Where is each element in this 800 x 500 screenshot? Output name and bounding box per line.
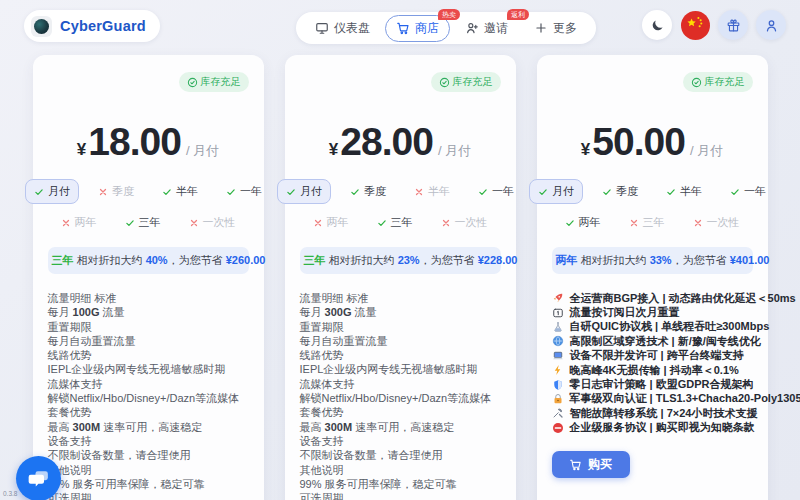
period-chip[interactable]: 一年 <box>721 179 775 204</box>
period-chip[interactable]: 一年 <box>469 179 523 204</box>
period-chip[interactable]: 三年 <box>116 210 170 235</box>
stock-label: 库存充足 <box>453 75 493 89</box>
nav-item-dashboard[interactable]: 仪表盘 <box>304 15 381 42</box>
period-label: 两年 <box>579 215 601 230</box>
discount-period: 三年 <box>52 254 74 266</box>
period-chip[interactable]: 季度 <box>593 179 647 204</box>
period-chip[interactable]: 三年 <box>620 210 674 235</box>
feature-item: 重置期限 <box>300 320 501 334</box>
feature-item: 流量明细 标准 <box>48 291 249 305</box>
cart-icon <box>569 458 582 471</box>
feature-item: 解锁Netflix/Hbo/Disney+/Dazn等流媒体 <box>48 391 249 405</box>
lightning-icon <box>552 364 564 376</box>
language-button[interactable] <box>680 10 710 40</box>
price-unit: / 月付 <box>438 142 471 160</box>
period-label: 一次性 <box>707 215 740 230</box>
period-label: 半年 <box>428 184 450 199</box>
feature-item: 99% 服务可用率保障，稳定可靠 <box>48 477 249 491</box>
monitor-icon <box>315 21 329 35</box>
account-button[interactable] <box>756 10 786 40</box>
feature-item: 其他说明 <box>300 463 501 477</box>
discount-text: 相对折扣大约 <box>581 254 650 266</box>
check-icon <box>226 187 236 197</box>
period-chip[interactable]: 一次性 <box>684 210 749 235</box>
feature-item: 流媒体支持 <box>48 377 249 391</box>
discount-banner: 三年 相对折扣大约 23%，为您节省 ¥228.00 <box>300 247 501 274</box>
period-label: 月付 <box>48 184 70 199</box>
rewards-button[interactable] <box>718 10 748 40</box>
buy-button[interactable]: 购买 <box>552 451 630 478</box>
repeat-one-icon <box>552 307 564 319</box>
check-circle-icon <box>691 77 702 88</box>
person-add-icon <box>465 21 479 35</box>
plan-card: 库存充足 ¥ 50.00 / 月付 月付季度半年一年 两年三年一次性 两年 相对… <box>537 55 768 500</box>
check-icon <box>730 187 740 197</box>
feature-item: 智能故障转移系统 | 7×24小时技术支援 <box>552 406 753 420</box>
period-label: 三年 <box>643 215 665 230</box>
period-chip[interactable]: 半年 <box>405 179 459 204</box>
feature-text: 流量按订阅日次月重置 <box>570 305 680 320</box>
check-icon <box>666 187 676 197</box>
check-circle-icon <box>439 77 450 88</box>
period-chip[interactable]: 月付 <box>25 179 79 204</box>
period-chip[interactable]: 两年 <box>556 210 610 235</box>
period-selector: 月付季度半年一年 两年三年一次性 <box>552 179 753 235</box>
laptop-icon <box>552 350 564 362</box>
nav-item-store[interactable]: 商店热卖 <box>385 15 450 42</box>
period-chip[interactable]: 两年 <box>52 210 106 235</box>
period-chip[interactable]: 两年 <box>304 210 358 235</box>
period-chip[interactable]: 季度 <box>341 179 395 204</box>
period-chip[interactable]: 月付 <box>529 179 583 204</box>
price-amount: 18.00 <box>88 120 181 164</box>
period-chip[interactable]: 半年 <box>153 179 207 204</box>
feature-item: 其他说明 <box>48 463 249 477</box>
price-unit: / 月付 <box>186 142 219 160</box>
cross-icon <box>61 218 71 228</box>
period-chip[interactable]: 月付 <box>277 179 331 204</box>
chat-button[interactable] <box>16 456 61 500</box>
feature-item: 线路优势 <box>48 348 249 362</box>
feature-item: 设备不限并发许可 | 跨平台终端支持 <box>552 349 753 363</box>
feature-item: 设备支持 <box>300 434 501 448</box>
cross-icon <box>441 218 451 228</box>
cross-icon <box>98 187 108 197</box>
period-label: 一年 <box>240 184 262 199</box>
stock-badge: 库存充足 <box>431 72 501 92</box>
period-chip[interactable]: 三年 <box>368 210 422 235</box>
period-label: 月付 <box>552 184 574 199</box>
period-label: 半年 <box>176 184 198 199</box>
theme-toggle-button[interactable] <box>642 10 672 40</box>
feature-item: 流量明细 标准 <box>300 291 501 305</box>
discount-save-text: ，为您节省 <box>420 254 478 266</box>
period-chip[interactable]: 一年 <box>217 179 271 204</box>
feature-item: 99% 服务可用率保障，稳定可靠 <box>300 477 501 491</box>
period-chip[interactable]: 半年 <box>657 179 711 204</box>
tools-icon <box>552 407 564 419</box>
price-currency: ¥ <box>77 140 86 160</box>
feature-item: 每月自动重置流量 <box>48 334 249 348</box>
check-icon <box>478 187 488 197</box>
check-icon <box>602 187 612 197</box>
feature-item: 线路优势 <box>300 348 501 362</box>
period-label: 三年 <box>391 215 413 230</box>
brand[interactable]: CyberGuard <box>24 10 160 42</box>
nav-item-invite[interactable]: 邀请返利 <box>454 15 519 42</box>
feature-item: 套餐优势 <box>48 405 249 419</box>
discount-save-text: ，为您节省 <box>672 254 730 266</box>
rocket-icon <box>552 292 564 304</box>
stock-label: 库存充足 <box>705 75 745 89</box>
nav-label: 更多 <box>553 20 577 37</box>
discount-banner: 两年 相对折扣大约 33%，为您节省 ¥401.00 <box>552 247 753 274</box>
check-icon <box>538 187 548 197</box>
check-icon <box>162 187 172 197</box>
nav-item-more[interactable]: 更多 <box>523 15 588 42</box>
feature-list: 全运营商BGP接入 | 动态路由优化延迟＜50ms流量按订阅日次月重置自研QUI… <box>552 291 753 435</box>
period-label: 两年 <box>75 215 97 230</box>
period-chip[interactable]: 季度 <box>89 179 143 204</box>
period-chip[interactable]: 一次性 <box>180 210 245 235</box>
header-actions <box>642 10 786 40</box>
period-chip[interactable]: 一次性 <box>432 210 497 235</box>
feature-text: 军事级双向认证 | TLS1.3+Chacha20-Poly1305 <box>570 391 800 406</box>
period-label: 季度 <box>364 184 386 199</box>
period-selector: 月付季度半年一年 两年三年一次性 <box>300 179 501 235</box>
